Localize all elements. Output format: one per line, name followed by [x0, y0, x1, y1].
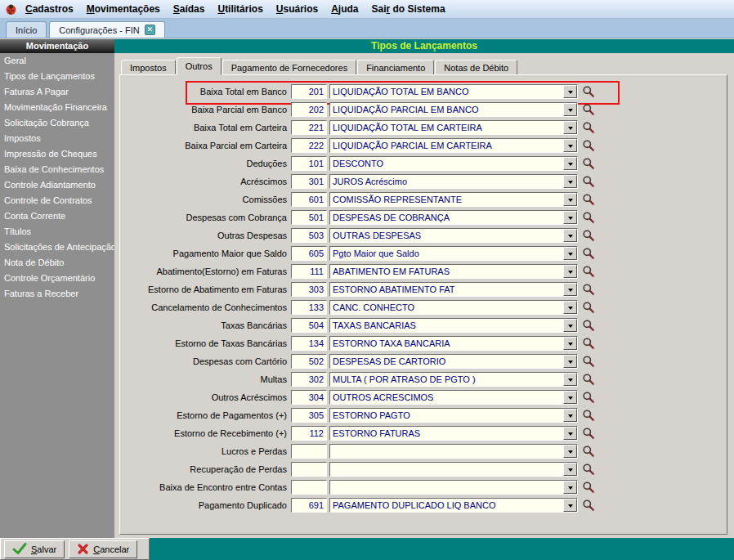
value-dropdown[interactable]: CANC. CONHECTO — [329, 300, 578, 315]
sidebar-item[interactable]: Faturas A Pagar — [0, 84, 114, 100]
sidebar-item[interactable]: Controle Adiantamento — [0, 177, 114, 193]
dropdown-arrow-icon[interactable] — [563, 391, 577, 404]
search-icon[interactable] — [580, 425, 597, 441]
sidebar-item[interactable]: Controle Orçamentário — [0, 271, 114, 286]
code-input[interactable] — [291, 480, 327, 495]
dropdown-arrow-icon[interactable] — [563, 157, 577, 170]
dropdown-arrow-icon[interactable] — [563, 265, 577, 278]
panel-tab[interactable]: Pagamento de Fornecedores — [222, 60, 356, 75]
sidebar-item[interactable]: Geral — [0, 53, 114, 69]
search-icon[interactable] — [580, 209, 597, 226]
dropdown-arrow-icon[interactable] — [563, 193, 577, 206]
dropdown-arrow-icon[interactable] — [563, 373, 577, 386]
menu-item[interactable]: Movimentações — [80, 1, 167, 17]
search-icon[interactable] — [580, 317, 597, 334]
dropdown-arrow-icon[interactable] — [563, 481, 577, 494]
sidebar-item[interactable]: Solicitações de Antecipação — [0, 240, 114, 255]
search-icon[interactable] — [580, 245, 597, 262]
menu-item[interactable]: Cadastros — [19, 1, 80, 17]
search-icon[interactable] — [580, 263, 597, 280]
dropdown-arrow-icon[interactable] — [563, 355, 577, 368]
search-icon[interactable] — [580, 227, 597, 244]
dropdown-arrow-icon[interactable] — [563, 445, 577, 458]
value-dropdown[interactable] — [329, 444, 578, 459]
search-icon[interactable] — [580, 83, 597, 100]
dropdown-arrow-icon[interactable] — [563, 247, 577, 260]
value-dropdown[interactable]: LIQUIDAÇÃO PARCIAL EM CARTEIRA — [329, 138, 578, 153]
dropdown-arrow-icon[interactable] — [563, 121, 577, 134]
menu-item[interactable]: Ajuda — [324, 1, 365, 17]
code-input[interactable] — [291, 174, 327, 189]
code-input[interactable] — [291, 300, 327, 315]
code-input[interactable] — [291, 102, 327, 117]
search-icon[interactable] — [580, 281, 597, 298]
dropdown-arrow-icon[interactable] — [563, 463, 577, 476]
search-icon[interactable] — [580, 335, 597, 352]
value-dropdown[interactable]: PAGAMENTO DUPLICADO LIQ BANCO — [329, 498, 578, 513]
search-icon[interactable] — [580, 101, 597, 118]
dropdown-arrow-icon[interactable] — [563, 283, 577, 296]
search-icon[interactable] — [580, 119, 597, 136]
code-input[interactable] — [291, 210, 327, 225]
search-icon[interactable] — [580, 173, 597, 190]
code-input[interactable] — [291, 426, 327, 441]
dropdown-arrow-icon[interactable] — [563, 211, 577, 224]
sidebar-item[interactable]: Tipos de Lançamentos — [0, 69, 114, 84]
value-dropdown[interactable]: OUTRAS DESPESAS — [329, 228, 578, 243]
search-icon[interactable] — [580, 137, 597, 154]
search-icon[interactable] — [580, 191, 597, 208]
value-dropdown[interactable]: DESPESAS DE CARTORIO — [329, 354, 578, 369]
code-input[interactable] — [291, 246, 327, 261]
code-input[interactable] — [291, 228, 327, 243]
search-icon[interactable] — [580, 155, 597, 172]
search-icon[interactable] — [580, 443, 597, 459]
value-dropdown[interactable]: COMISSÃO REPRESENTANTE — [329, 192, 578, 207]
value-dropdown[interactable]: ESTORNO FATURAS — [329, 426, 578, 441]
dropdown-arrow-icon[interactable] — [563, 319, 577, 332]
search-icon[interactable] — [580, 497, 597, 513]
code-input[interactable] — [291, 390, 327, 405]
value-dropdown[interactable]: DESPESAS DE COBRANÇA — [329, 210, 578, 225]
sidebar-item[interactable]: Solicitação Cobrança — [0, 115, 114, 131]
value-dropdown[interactable]: TAXAS BANCARIAS — [329, 318, 578, 333]
dropdown-arrow-icon[interactable] — [563, 409, 577, 422]
dropdown-arrow-icon[interactable] — [563, 301, 577, 314]
menu-item[interactable]: Utilitários — [211, 1, 269, 17]
value-dropdown[interactable]: LIQUIDAÇÃO TOTAL EM BANCO — [329, 84, 578, 99]
value-dropdown[interactable]: JUROS Acréscimo — [329, 174, 578, 189]
code-input[interactable] — [291, 462, 327, 477]
search-icon[interactable] — [580, 461, 597, 477]
search-icon[interactable] — [580, 371, 597, 388]
panel-tab[interactable]: Outros — [177, 57, 222, 75]
code-input[interactable] — [291, 336, 327, 351]
sidebar-item[interactable]: Controle de Contratos — [0, 193, 114, 208]
code-input[interactable] — [291, 354, 327, 369]
code-input[interactable] — [291, 156, 327, 171]
sidebar-item[interactable]: Movimentação Financeira — [0, 100, 114, 115]
code-input[interactable] — [291, 372, 327, 387]
panel-tab[interactable]: Notas de Débito — [435, 60, 517, 75]
code-input[interactable] — [291, 444, 327, 459]
close-tab-icon[interactable]: ✕ — [145, 25, 155, 35]
value-dropdown[interactable]: OUTROS ACRESCIMOS — [329, 390, 578, 405]
dropdown-arrow-icon[interactable] — [563, 229, 577, 242]
search-icon[interactable] — [580, 389, 597, 405]
sidebar-item[interactable]: Impostos — [0, 131, 114, 146]
dropdown-arrow-icon[interactable] — [563, 337, 577, 350]
code-input[interactable] — [291, 498, 327, 513]
code-input[interactable] — [291, 282, 327, 297]
code-input[interactable] — [291, 408, 327, 423]
dropdown-arrow-icon[interactable] — [563, 499, 577, 512]
value-dropdown[interactable]: Pgto Maior que Saldo — [329, 246, 578, 261]
value-dropdown[interactable]: ABATIMENTO EM FATURAS — [329, 264, 578, 279]
panel-tab[interactable]: Impostos — [121, 60, 176, 75]
code-input[interactable] — [291, 318, 327, 333]
value-dropdown[interactable]: ESTORNO PAGTO — [329, 408, 578, 423]
code-input[interactable] — [291, 138, 327, 153]
sidebar-item[interactable]: Baixa de Conhecimentos — [0, 162, 114, 177]
value-dropdown[interactable]: ESTORNO TAXA BANCARIA — [329, 336, 578, 351]
save-button[interactable]: Salvar — [4, 540, 65, 558]
search-icon[interactable] — [580, 479, 597, 495]
code-input[interactable] — [291, 192, 327, 207]
value-dropdown[interactable]: LIQUIDAÇÃO TOTAL EM CARTEIRA — [329, 120, 578, 135]
